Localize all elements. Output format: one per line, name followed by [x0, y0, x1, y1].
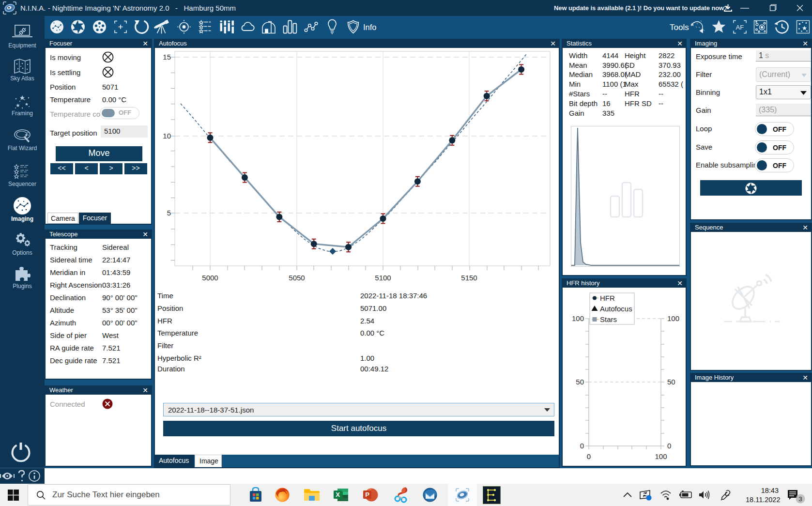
svg-text:Autofocus: Autofocus: [600, 305, 632, 313]
svg-text:5150: 5150: [461, 274, 477, 282]
svg-text:10: 10: [163, 132, 171, 140]
svg-text:Tools: Tools: [670, 23, 689, 32]
svg-text:0: 0: [667, 442, 671, 450]
svg-text:50: 50: [576, 378, 584, 386]
svg-text:100: 100: [572, 314, 584, 322]
svg-text:50: 50: [667, 378, 675, 386]
svg-text:X: X: [336, 491, 340, 498]
svg-text:5: 5: [167, 209, 171, 217]
svg-text:5050: 5050: [289, 274, 305, 282]
svg-text:15: 15: [163, 53, 171, 61]
svg-text:0: 0: [580, 442, 584, 450]
svg-text:100: 100: [655, 452, 667, 460]
svg-text:HFR: HFR: [600, 294, 615, 302]
svg-text:100: 100: [667, 314, 679, 322]
svg-text:AF: AF: [736, 24, 744, 31]
svg-text:Stars: Stars: [600, 315, 617, 323]
svg-text:5000: 5000: [202, 274, 218, 282]
svg-text:0: 0: [587, 452, 591, 460]
svg-text:Info: Info: [363, 23, 377, 31]
svg-text:5100: 5100: [375, 274, 391, 282]
svg-text:3: 3: [798, 495, 802, 503]
svg-text:P: P: [365, 491, 369, 498]
